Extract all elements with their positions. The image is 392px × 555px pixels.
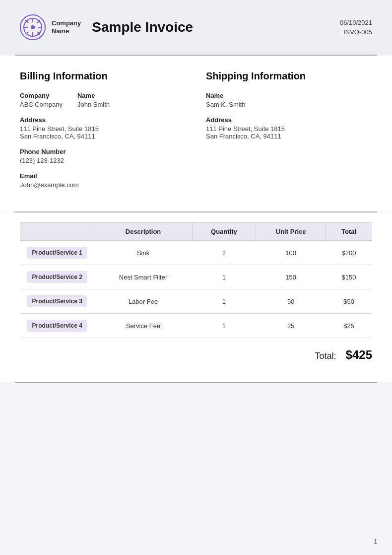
shipping-name-row: Name Sam K. Smith bbox=[206, 92, 372, 108]
invoice-table: Description Quantity Unit Price Total Pr… bbox=[20, 222, 372, 338]
row-quantity: 2 bbox=[192, 241, 256, 265]
row-label-badge: Product/Service 3 bbox=[27, 295, 87, 307]
shipping-address-row: Address 111 Pine Street, Suite 1815 San … bbox=[206, 116, 372, 140]
billing-name-label: Name bbox=[77, 92, 110, 99]
invoice-number: INVO-005 bbox=[340, 28, 372, 36]
table-row: Product/Service 2 Nest Smart Filter 1 15… bbox=[20, 265, 372, 289]
shipping-address-line1: 111 Pine Street, Suite 1815 bbox=[206, 125, 372, 133]
row-description: Nest Smart Filter bbox=[94, 265, 192, 289]
col-header-quantity: Quantity bbox=[192, 223, 256, 241]
bottom-divider bbox=[15, 382, 377, 383]
billing-phone-value: (123) 123-1232 bbox=[20, 157, 186, 164]
invoice-header: Company Name Sample Invoice 06/10/2021 I… bbox=[0, 0, 392, 55]
row-total: $25 bbox=[326, 314, 372, 338]
row-quantity: 1 bbox=[192, 289, 256, 314]
billing-address-label: Address bbox=[20, 116, 186, 124]
row-description: Service Fee bbox=[94, 314, 192, 338]
billing-phone-label: Phone Number bbox=[20, 148, 186, 155]
billing-title: Billing Information bbox=[20, 70, 186, 82]
billing-name-value: John Smith bbox=[77, 101, 110, 108]
col-header-description: Description bbox=[94, 223, 192, 241]
page-number: 1 bbox=[374, 538, 377, 545]
billing-email-value: John@example.com bbox=[20, 181, 186, 189]
shipping-name-value: Sam K. Smith bbox=[206, 101, 372, 108]
invoice-date: 06/10/2021 bbox=[340, 19, 372, 26]
invoice-title: Sample Invoice bbox=[92, 19, 193, 35]
info-section: Billing Information Company ABC Company … bbox=[0, 56, 392, 211]
row-label-badge: Product/Service 4 bbox=[27, 320, 87, 332]
col-header-unit-price: Unit Price bbox=[256, 223, 326, 241]
billing-company-value: ABC Company bbox=[20, 101, 63, 108]
row-unit-price: 150 bbox=[256, 265, 326, 289]
billing-address-row: Address 111 Pine Street, Suite 1815 San … bbox=[20, 116, 186, 140]
total-row: Total: $425 bbox=[20, 338, 372, 367]
billing-address-line2: San Francisco, CA, 94111 bbox=[20, 133, 186, 140]
billing-address-line1: 111 Pine Street, Suite 1815 bbox=[20, 125, 186, 133]
table-row: Product/Service 4 Service Fee 1 25 $25 bbox=[20, 314, 372, 338]
row-label-badge: Product/Service 2 bbox=[27, 271, 87, 283]
row-quantity: 1 bbox=[192, 314, 256, 338]
row-description: Labor Fee bbox=[94, 289, 192, 314]
shipping-name-label: Name bbox=[206, 92, 372, 99]
shipping-address-line2: San Francisco, CA, 94111 bbox=[206, 133, 372, 140]
table-section: Description Quantity Unit Price Total Pr… bbox=[0, 212, 392, 382]
company-name-text: Company Name bbox=[52, 19, 81, 35]
shipping-info: Shipping Information Name Sam K. Smith A… bbox=[196, 70, 372, 197]
billing-info: Billing Information Company ABC Company … bbox=[20, 70, 196, 197]
billing-phone-row: Phone Number (123) 123-1232 bbox=[20, 148, 186, 164]
shipping-address-label: Address bbox=[206, 116, 372, 124]
shipping-title: Shipping Information bbox=[206, 70, 372, 82]
row-service-label: Product/Service 2 bbox=[20, 265, 94, 289]
row-unit-price: 100 bbox=[256, 241, 326, 265]
company-branding: Company Name Sample Invoice bbox=[20, 14, 193, 40]
billing-email-label: Email bbox=[20, 172, 186, 180]
table-row: Product/Service 1 Sink 2 100 $200 bbox=[20, 241, 372, 265]
row-service-label: Product/Service 3 bbox=[20, 289, 94, 314]
row-total: $200 bbox=[326, 241, 372, 265]
row-description: Sink bbox=[94, 241, 192, 265]
row-service-label: Product/Service 4 bbox=[20, 314, 94, 338]
billing-company-col: Company ABC Company bbox=[20, 92, 63, 108]
company-logo bbox=[20, 14, 46, 40]
table-header-row: Description Quantity Unit Price Total bbox=[20, 223, 372, 241]
total-label: Total: bbox=[315, 351, 336, 361]
billing-email-row: Email John@example.com bbox=[20, 172, 186, 189]
billing-name-col: Name John Smith bbox=[77, 92, 110, 108]
total-amount: $425 bbox=[346, 348, 372, 361]
row-service-label: Product/Service 1 bbox=[20, 241, 94, 265]
row-total: $150 bbox=[326, 265, 372, 289]
billing-company-name-row: Company ABC Company Name John Smith bbox=[20, 92, 186, 108]
table-row: Product/Service 3 Labor Fee 1 50 $50 bbox=[20, 289, 372, 314]
row-total: $50 bbox=[326, 289, 372, 314]
col-header-total: Total bbox=[326, 223, 372, 241]
invoice-meta: 06/10/2021 INVO-005 bbox=[340, 19, 372, 36]
svg-point-1 bbox=[31, 25, 35, 29]
row-unit-price: 50 bbox=[256, 289, 326, 314]
col-header-label bbox=[20, 223, 94, 241]
row-label-badge: Product/Service 1 bbox=[27, 247, 87, 259]
billing-company-label: Company bbox=[20, 92, 63, 99]
row-unit-price: 25 bbox=[256, 314, 326, 338]
row-quantity: 1 bbox=[192, 265, 256, 289]
